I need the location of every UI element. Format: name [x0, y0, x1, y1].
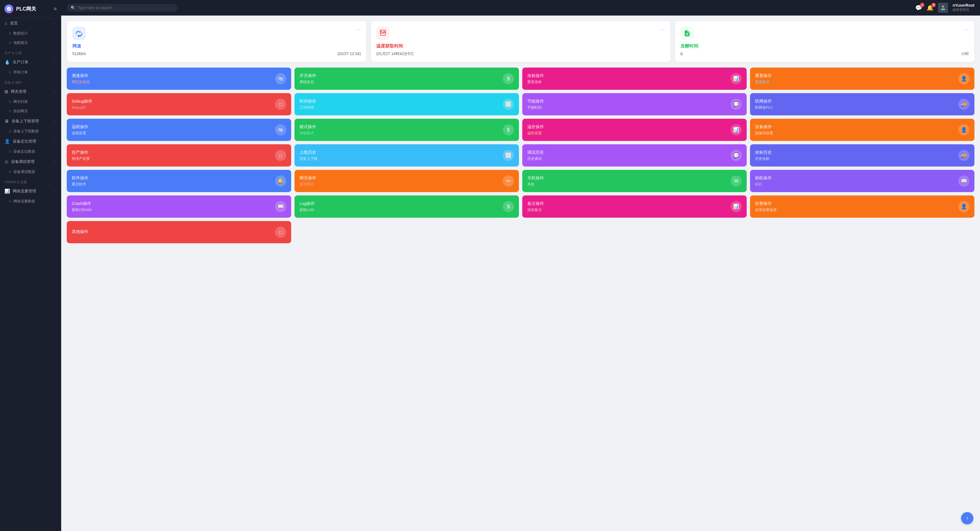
op-card-text: 备注操作 添加备注: [527, 201, 544, 212]
topbar-right: 💬 1 🔔 8 nYuserRoot 超级管理员: [915, 3, 974, 13]
op-card-title: 溢价操作: [527, 124, 544, 130]
op-card-icon: ⬜: [503, 99, 514, 110]
info-card-temp-header: ···: [376, 27, 665, 40]
temp-card-icon: [376, 27, 390, 40]
user-avatar[interactable]: [938, 3, 948, 13]
op-card-1[interactable]: 开关操作 离线状态 $: [294, 68, 519, 90]
op-card-21[interactable]: Log操作 获取LOG $: [294, 196, 519, 218]
notification-button-2[interactable]: 🔔 8: [927, 5, 934, 11]
op-card-3[interactable]: 重置操作 重置激活 👤: [750, 68, 974, 90]
op-card-icon: $: [503, 124, 514, 135]
sidebar-item-add-gateway[interactable]: 添加网关: [0, 107, 61, 116]
chevron-icon: ﹤: [53, 189, 57, 194]
op-card-24[interactable]: 其他操作 □: [67, 221, 291, 243]
op-card-icon: 📊: [730, 201, 742, 212]
info-card-speed-header: ···: [72, 27, 361, 40]
dot-icon: [9, 32, 11, 35]
op-card-title: Log操作: [299, 201, 315, 206]
op-card-sub: 投停产设置: [72, 156, 90, 161]
section-label-production: 生产 & 订单: [0, 48, 61, 57]
op-card-13[interactable]: 上线历史 历史上下线 ⬜: [294, 144, 519, 167]
card-more-btn[interactable]: ···: [963, 27, 969, 33]
op-card-22[interactable]: 备注操作 添加备注 📊: [522, 196, 747, 218]
op-card-icon: ✉: [730, 175, 742, 186]
op-card-8[interactable]: 远程操作 远程设置 🛍: [67, 119, 291, 141]
sidebar-item-traffic-data[interactable]: 网络流量数据: [0, 197, 61, 206]
op-card-sub: 关机: [527, 182, 544, 187]
op-card-12[interactable]: 投产操作 投停产设置 □: [67, 144, 291, 167]
op-card-text: 软件操作 重启软件: [72, 175, 88, 187]
scroll-top-button[interactable]: ↑: [961, 512, 973, 524]
op-card-icon: □: [275, 99, 286, 110]
op-card-sub: 添加备注: [527, 207, 544, 212]
card-more-btn[interactable]: ···: [659, 27, 665, 33]
op-card-sub: 历史调试: [527, 156, 544, 161]
op-card-title: 节能操作: [527, 99, 544, 104]
op-card-7[interactable]: 联网操作 联网连PLC 🚚: [750, 93, 974, 115]
sidebar-item-device-location-data[interactable]: 设备定位数据: [0, 147, 61, 156]
card-more-btn[interactable]: ···: [355, 27, 361, 33]
op-card-icon: $: [503, 201, 514, 212]
operation-grid: 测速操作 网页加速器 🛍 开关操作 离线状态 $ 坐标操作 重置坐标 📊 重置操…: [67, 68, 974, 243]
sidebar-item-gateway-list[interactable]: 网关列表: [0, 97, 61, 107]
user-name: nYuserRoot: [953, 3, 974, 8]
home-icon: ⌂: [5, 21, 7, 26]
dot-icon: [9, 130, 11, 132]
info-card-ferment: ··· 发酵时间 8 小时: [675, 21, 974, 62]
op-card-16[interactable]: 软件操作 重启软件 🔔: [67, 170, 291, 192]
op-card-15[interactable]: 坐标历史 历史坐标 🚚: [750, 144, 974, 167]
op-card-19[interactable]: 刷机操作 刷机 📖: [750, 170, 974, 192]
sidebar-item-map[interactable]: 地图展示: [0, 38, 61, 48]
sidebar-item-device-online-mgmt[interactable]: 🖥 设备上下线管理 ﹤: [0, 116, 61, 127]
sidebar-item-device-debug-data[interactable]: 设备调试数据: [0, 167, 61, 176]
sidebar-item-device-debug-mgmt[interactable]: ⚠ 设备调试管理 ﹤: [0, 156, 61, 167]
op-card-11[interactable]: 设备操作 设备ID设置 👤: [750, 119, 974, 141]
op-card-title: 关机操作: [527, 175, 544, 181]
search-box[interactable]: 🔍: [67, 4, 178, 12]
op-card-sub: 获取LOG: [299, 207, 315, 212]
op-card-4[interactable]: Debug操作 Debug开 □: [67, 93, 291, 115]
op-card-text: Debug操作 Debug开: [72, 99, 92, 110]
sidebar-item-home[interactable]: ⌂ 首页 ﹤: [0, 18, 61, 29]
ferment-card-value: 8 小时: [681, 51, 969, 56]
hamburger-button[interactable]: ≡: [54, 6, 57, 12]
sidebar-item-device-location-mgmt[interactable]: 👤 设备定位管理 ﹤: [0, 136, 61, 147]
op-card-6[interactable]: 节能操作 节能时间 💬: [522, 93, 747, 115]
sidebar-item-data-stats[interactable]: 数据统计: [0, 29, 61, 38]
sidebar-item-gateway-mgmt[interactable]: ⊞ 网关管理 ﹤: [0, 86, 61, 97]
op-card-10[interactable]: 溢价操作 溢价设置 📊: [522, 119, 747, 141]
op-card-20[interactable]: Crash操作 获取CRASH 📖: [67, 196, 291, 218]
op-card-9[interactable]: 模式操作 传输模式 $: [294, 119, 519, 141]
op-card-icon: 📊: [730, 124, 742, 135]
speed-value: 512kb/s: [72, 51, 86, 56]
search-input[interactable]: [78, 6, 174, 10]
op-card-text: 节能操作 节能时间: [527, 99, 544, 110]
op-card-title: 软件操作: [72, 175, 88, 181]
op-card-sub: 重启软件: [72, 182, 88, 187]
notification-button-1[interactable]: 💬 1: [915, 5, 922, 11]
op-card-icon: ⬜: [503, 150, 514, 161]
sidebar-item-device-online-data[interactable]: 设备上下线数据: [0, 127, 61, 136]
sidebar-item-traffic-mgmt[interactable]: 📊 网络流量管理 ﹤: [0, 186, 61, 197]
content-area: ··· 网速 512kb/s (01/27 12:34) ··· 温度获取时间: [61, 16, 980, 531]
svg-point-0: [942, 5, 944, 7]
op-card-23[interactable]: 告警操作 设置告警温度 👤: [750, 196, 974, 218]
temp-card-value: (01月27 14时42分57): [376, 51, 665, 56]
op-card-18[interactable]: 关机操作 关机 ✉: [522, 170, 747, 192]
sidebar-item-production-orders[interactable]: 💧 生产订单 ﹤: [0, 57, 61, 68]
op-card-5[interactable]: 时间操作 工作时间 ⬜: [294, 93, 519, 115]
user-info: nYuserRoot 超级管理员: [953, 3, 974, 12]
op-card-text: 上线历史 历史上下线: [299, 150, 318, 161]
ferment-unit: 小时: [961, 51, 969, 56]
op-card-2[interactable]: 坐标操作 重置坐标 📊: [522, 68, 747, 90]
op-card-sub: 重置激活: [755, 79, 772, 84]
op-card-14[interactable]: 调试历史 历史调试 💬: [522, 144, 747, 167]
op-card-sub: 获取CRASH: [72, 207, 92, 212]
op-card-text: 设备操作 设备ID设置: [755, 124, 773, 136]
sidebar-item-dev-loc-data-label: 设备定位数据: [13, 149, 35, 154]
op-card-0[interactable]: 测速操作 网页加速器 🛍: [67, 68, 291, 90]
sidebar-item-all-orders[interactable]: 所有订单: [0, 68, 61, 77]
chevron-icon: ﹤: [53, 159, 57, 164]
op-card-17[interactable]: 网关操作 重启网关 ✏: [294, 170, 519, 192]
sidebar-item-traffic-label: 网络流量管理: [13, 189, 36, 194]
